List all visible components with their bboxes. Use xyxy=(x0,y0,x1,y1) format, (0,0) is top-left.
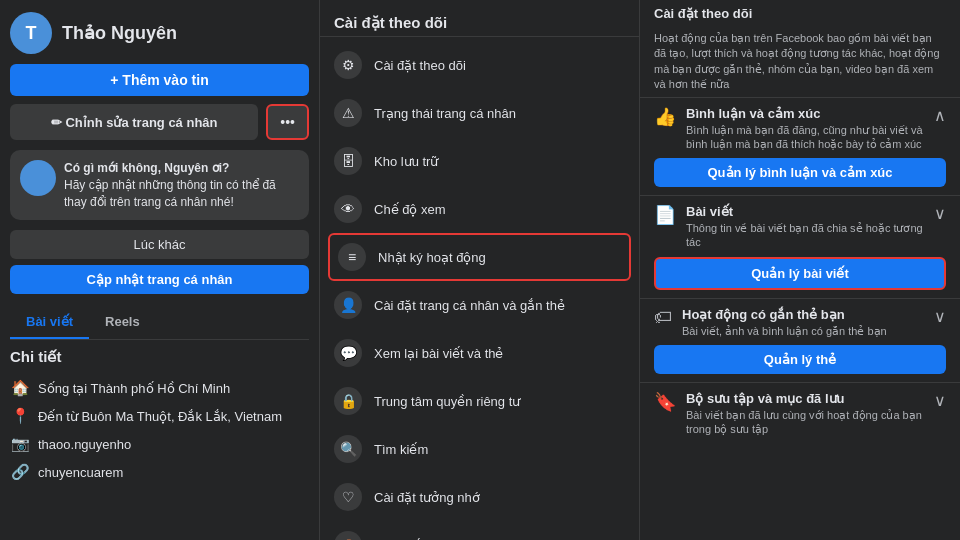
info-from: 📍 Đến từ Buôn Ma Thuột, Đắk Lắk, Vietnam xyxy=(10,402,309,430)
info-living-text: Sống tại Thành phố Hồ Chí Minh xyxy=(38,381,230,396)
update-profile-button[interactable]: Cập nhật trang cá nhân xyxy=(10,265,309,294)
menu-list: ⚙ Cài đặt theo dõi ⚠ Trạng thái trang cá… xyxy=(320,41,639,540)
manage-tags-button[interactable]: Quản lý thẻ xyxy=(654,345,946,374)
bookmark-icon: 🔖 xyxy=(654,391,676,413)
section-gan-the-title: Hoạt động có gắn thẻ bạn xyxy=(682,307,934,322)
update-card: Có gì mới không, Nguyên ơi? Hãy cập nhật… xyxy=(10,150,309,220)
section-binh-luan-content: Bình luận và cảm xúc Bình luận mà bạn đã… xyxy=(686,106,934,152)
manage-posts-button[interactable]: Quản lý bài viết xyxy=(654,257,946,290)
profile-settings-icon: 👤 xyxy=(334,291,362,319)
info-instagram: 📷 thaoo.nguyenho xyxy=(10,430,309,458)
menu-item-chuyen-nghiep[interactable]: 💼 Bật chế độ chuyên nghiệp xyxy=(320,521,639,540)
section-bai-viet-content: Bài viết Thông tin về bài viết bạn đã ch… xyxy=(686,204,934,250)
section-binh-luan: 👍 Bình luận và cảm xúc Bình luận mà bạn … xyxy=(640,97,960,196)
section-gan-the-desc: Bài viết, ảnh và bình luận có gắn thẻ bạ… xyxy=(682,324,934,338)
right-intro-text: Hoạt động của bạn trên Facebook bao gồm … xyxy=(640,21,960,97)
section-bst-header[interactable]: 🔖 Bộ sưu tập và mục đã lưu Bài viết bạn … xyxy=(654,391,946,437)
info-living: 🏠 Sống tại Thành phố Hồ Chí Minh xyxy=(10,374,309,402)
menu-item-trang-thai[interactable]: ⚠ Trạng thái trang cá nhân xyxy=(320,89,639,137)
section-bst-title: Bộ sưu tập và mục đã lưu xyxy=(686,391,934,406)
thumbsup-icon: 👍 xyxy=(654,106,676,128)
menu-item-tuong-nho[interactable]: ♡ Cài đặt tưởng nhớ xyxy=(320,473,639,521)
add-to-story-button[interactable]: + Thêm vào tin xyxy=(10,64,309,96)
edit-row: ✏ Chỉnh sửa trang cá nhân ••• xyxy=(10,104,309,140)
card-title: Có gì mới không, Nguyên ơi? xyxy=(64,161,229,175)
instagram-icon: 📷 xyxy=(10,435,30,453)
tab-reels[interactable]: Reels xyxy=(89,306,156,339)
section-bst: 🔖 Bộ sưu tập và mục đã lưu Bài viết bạn … xyxy=(640,382,960,445)
location-icon: 📍 xyxy=(10,407,30,425)
menu-item-tim-kiem[interactable]: 🔍 Tìm kiếm xyxy=(320,425,639,473)
menu-label-1: Trạng thái trang cá nhân xyxy=(374,106,516,121)
info-instagram-text: thaoo.nguyenho xyxy=(38,437,131,452)
chi-tiet-title: Chi tiết xyxy=(10,348,309,366)
menu-label-9: Cài đặt tưởng nhớ xyxy=(374,490,480,505)
section-bai-viet-desc: Thông tin về bài viết bạn đã chia sẻ hoặ… xyxy=(686,221,934,250)
chevron-down-icon-4: ∨ xyxy=(934,391,946,410)
tag-icon: 🏷 xyxy=(654,307,672,328)
warning-icon: ⚠ xyxy=(334,99,362,127)
menu-label-6: Xem lại bài viết và thẻ xyxy=(374,346,504,361)
menu-item-nhat-ky[interactable]: ≡ Nhật ký hoạt động xyxy=(328,233,631,281)
right-panel: Cài đặt theo dõi Hoạt động của bạn trên … xyxy=(640,0,960,540)
card-avatar xyxy=(20,160,56,196)
section-bst-desc: Bài viết bạn đã lưu cùng với hoạt động c… xyxy=(686,408,934,437)
document-icon: 📄 xyxy=(654,204,676,226)
edit-profile-button[interactable]: ✏ Chỉnh sửa trang cá nhân xyxy=(10,104,258,140)
section-bai-viet-title: Bài viết xyxy=(686,204,934,219)
menu-label-2: Kho lưu trữ xyxy=(374,154,438,169)
archive-icon: 🗄 xyxy=(334,147,362,175)
section-bst-content: Bộ sưu tập và mục đã lưu Bài viết bạn đã… xyxy=(686,391,934,437)
menu-label-4: Nhật ký hoạt động xyxy=(378,250,486,265)
search-icon: 🔍 xyxy=(334,435,362,463)
tabs-row: Bài viết Reels xyxy=(10,306,309,340)
link-icon: 🔗 xyxy=(10,463,30,481)
section-gan-the-content: Hoạt động có gắn thẻ bạn Bài viết, ảnh v… xyxy=(682,307,934,338)
more-options-button[interactable]: ••• xyxy=(266,104,309,140)
chevron-down-icon: ∧ xyxy=(934,106,946,125)
eye-icon: 👁 xyxy=(334,195,362,223)
menu-item-quyen-rieng-tu[interactable]: 🔒 Trung tâm quyền riêng tư xyxy=(320,377,639,425)
update-card-text: Có gì mới không, Nguyên ơi? Hãy cập nhật… xyxy=(64,160,299,210)
menu-label-0: Cài đặt theo dõi xyxy=(374,58,466,73)
section-bai-viet-header[interactable]: 📄 Bài viết Thông tin về bài viết bạn đã … xyxy=(654,204,946,250)
professional-icon: 💼 xyxy=(334,531,362,540)
left-panel: T Thảo Nguyên + Thêm vào tin ✏ Chỉnh sửa… xyxy=(0,0,320,540)
mid-panel: Cài đặt theo dõi ⚙ Cài đặt theo dõi ⚠ Tr… xyxy=(320,0,640,540)
info-link-text: chuyencuarem xyxy=(38,465,123,480)
later-button[interactable]: Lúc khác xyxy=(10,230,309,259)
chevron-down-icon-3: ∨ xyxy=(934,307,946,326)
memorial-icon: ♡ xyxy=(334,483,362,511)
menu-item-kho-luu-tru[interactable]: 🗄 Kho lưu trữ xyxy=(320,137,639,185)
manage-comments-button[interactable]: Quản lý bình luận và cảm xúc xyxy=(654,158,946,187)
profile-name: Thảo Nguyên xyxy=(62,22,177,44)
section-gan-the: 🏷 Hoạt động có gắn thẻ bạn Bài viết, ảnh… xyxy=(640,298,960,382)
mid-panel-title: Cài đặt theo dõi xyxy=(320,0,639,37)
settings-icon: ⚙ xyxy=(334,51,362,79)
menu-label-5: Cài đặt trang cá nhân và gắn thẻ xyxy=(374,298,565,313)
menu-item-cai-dat[interactable]: ⚙ Cài đặt theo dõi xyxy=(320,41,639,89)
menu-item-cai-dat-gan-the[interactable]: 👤 Cài đặt trang cá nhân và gắn thẻ xyxy=(320,281,639,329)
section-binh-luan-desc: Bình luận mà bạn đã đăng, cũng như bài v… xyxy=(686,123,934,152)
cal-dat-theo-doi-label: Cài đặt theo dõi xyxy=(640,0,960,21)
activity-icon: ≡ xyxy=(338,243,366,271)
card-desc: Hãy cập nhật những thông tin có thể đã t… xyxy=(64,177,299,211)
menu-item-che-do-xem[interactable]: 👁 Chế độ xem xyxy=(320,185,639,233)
avatar: T xyxy=(10,12,52,54)
menu-label-7: Trung tâm quyền riêng tư xyxy=(374,394,520,409)
section-binh-luan-title: Bình luận và cảm xúc xyxy=(686,106,934,121)
menu-label-3: Chế độ xem xyxy=(374,202,446,217)
info-link: 🔗 chuyencuarem xyxy=(10,458,309,486)
section-bai-viet: 📄 Bài viết Thông tin về bài viết bạn đã … xyxy=(640,195,960,298)
review-icon: 💬 xyxy=(334,339,362,367)
menu-item-xem-lai[interactable]: 💬 Xem lại bài viết và thẻ xyxy=(320,329,639,377)
tab-bai-viet[interactable]: Bài viết xyxy=(10,306,89,339)
info-from-text: Đến từ Buôn Ma Thuột, Đắk Lắk, Vietnam xyxy=(38,409,282,424)
section-binh-luan-header[interactable]: 👍 Bình luận và cảm xúc Bình luận mà bạn … xyxy=(654,106,946,152)
menu-label-8: Tìm kiếm xyxy=(374,442,428,457)
lock-icon: 🔒 xyxy=(334,387,362,415)
home-icon: 🏠 xyxy=(10,379,30,397)
profile-header: T Thảo Nguyên xyxy=(10,12,309,54)
section-gan-the-header[interactable]: 🏷 Hoạt động có gắn thẻ bạn Bài viết, ảnh… xyxy=(654,307,946,338)
chevron-down-icon-2: ∨ xyxy=(934,204,946,223)
